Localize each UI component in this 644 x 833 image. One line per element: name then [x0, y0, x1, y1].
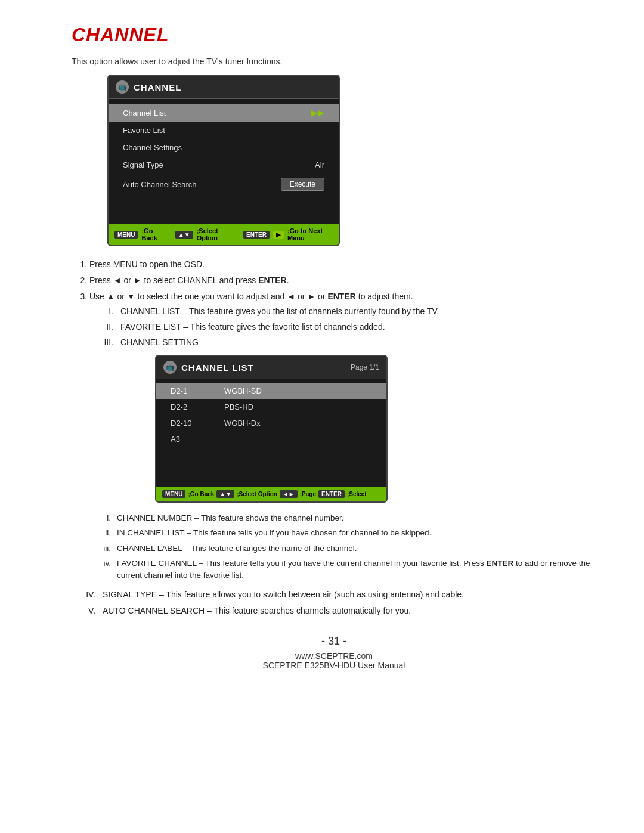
channel-num: D2-1 [171, 386, 200, 395]
channel-item-D2-1[interactable]: D2-1 WGBH-SD [156, 383, 386, 399]
channel-name: WGBH-SD [224, 386, 372, 395]
osd-item-value: Air [315, 160, 324, 169]
channel-name: WGBH-Dx [224, 419, 372, 428]
footer-back-text: ;Go Back [141, 227, 165, 241]
step-3-post: to adjust them. [356, 292, 413, 301]
osd-item-channel-list[interactable]: Channel List ▶▶ [109, 104, 339, 122]
alpha-text-iii: CHANNEL LABEL – This feature changes the… [117, 543, 357, 555]
alpha-sublist: i. CHANNEL NUMBER – This feature shows t… [95, 512, 596, 581]
step-2-post: . [287, 275, 289, 285]
footer-enter: ENTER [318, 490, 345, 498]
roman-numeral-III: III. [95, 336, 113, 349]
osd-header2-left: 📺 CHANNEL LIST [163, 361, 254, 374]
osd-item-auto-channel-search[interactable]: Auto Channel Search Execute [109, 174, 339, 195]
footer-page-icon: ◄► [280, 490, 298, 498]
intro-text: This option allows user to adjust the TV… [72, 57, 596, 66]
step-3: Use ▲ or ▼ to select the one you want to… [89, 290, 596, 349]
osd-channel-box: 📺 CHANNEL Channel List ▶▶ Favorite List … [107, 75, 340, 246]
osd-item-label: Auto Channel Search [123, 180, 197, 189]
alpha-label-ii: ii. [95, 527, 111, 539]
roman-item-I: I. CHANNEL LIST – This feature gives you… [95, 305, 596, 318]
alpha-text-i: CHANNEL NUMBER – This feature shows the … [117, 512, 343, 524]
channel-num: A3 [171, 435, 200, 444]
channel-list-items: D2-1 WGBH-SD D2-2 PBS-HD D2-10 WGBH-Dx A… [156, 379, 386, 487]
osd-item-label: Channel Settings [123, 143, 182, 152]
alpha-label-iii: iii. [95, 543, 111, 555]
roman-sublist: I. CHANNEL LIST – This feature gives you… [95, 305, 596, 349]
osd-item-label: Favorite List [123, 126, 165, 135]
product-name: SCEPTRE E325BV-HDU User Manual [72, 661, 596, 670]
osd-channel-title: CHANNEL [134, 82, 181, 92]
osd-channel-list-title: CHANNEL LIST [181, 363, 254, 373]
step-2: Press ◄ or ► to select CHANNEL and press… [89, 274, 596, 287]
osd-channel-list-footer: MENU ;Go Back ▲▼ ;Select Option ◄► ;Page… [156, 487, 386, 501]
alpha-item-iv: iv. FAVORITE CHANNEL – This feature tell… [95, 558, 596, 582]
website: www.SCEPTRE.com [72, 651, 596, 661]
nav-icon: ▲▼ [175, 231, 193, 239]
osd-item-channel-settings[interactable]: Channel Settings [109, 139, 339, 156]
execute-button[interactable]: Execute [281, 178, 324, 191]
osd-item-label: Channel List [123, 109, 166, 117]
roman-item-III: III. CHANNEL SETTING [95, 336, 596, 349]
alpha-item-i: i. CHANNEL NUMBER – This feature shows t… [95, 512, 596, 524]
osd-item-arrow: ▶▶ [311, 108, 324, 117]
alpha-item-ii: ii. IN CHANNEL LIST – This feature tells… [95, 527, 596, 539]
channel-item-D2-10[interactable]: D2-10 WGBH-Dx [156, 415, 386, 431]
channel-num: D2-2 [171, 402, 200, 411]
main-steps-list: Press MENU to open the OSD. Press ◄ or ►… [89, 258, 596, 349]
osd-channel-header: 📺 CHANNEL [109, 76, 339, 99]
osd-channel-list-box: 📺 CHANNEL LIST Page 1/1 D2-1 WGBH-SD D2-… [155, 355, 388, 503]
osd-item-favorite-list[interactable]: Favorite List [109, 122, 339, 139]
alpha-label-i: i. [95, 512, 111, 524]
roman-iv-v-list: IV. SIGNAL TYPE – This feature allows yo… [78, 589, 596, 617]
footer-nav: ▲▼ [216, 490, 234, 498]
step-1: Press MENU to open the OSD. [89, 258, 596, 271]
step-2-bold: ENTER [258, 275, 286, 285]
osd-item-signal-type[interactable]: Signal Type Air [109, 156, 339, 174]
osd-channel-list-icon: 📺 [163, 361, 177, 374]
step-3-pre: Use ▲ or ▼ to select the one you want to… [89, 292, 327, 301]
step-3-bold: ENTER [327, 292, 355, 301]
osd-channel-icon: 📺 [116, 80, 129, 94]
roman-item-V: V. AUTO CHANNEL SEARCH – This feature se… [78, 605, 596, 617]
roman-text-I: CHANNEL LIST – This feature gives you th… [120, 305, 439, 318]
roman-item-II: II. FAVORITE LIST – This feature gives t… [95, 321, 596, 333]
osd-menu-items: Channel List ▶▶ Favorite List Channel Se… [109, 99, 339, 224]
footer-menu-btn: MENU [162, 490, 185, 498]
alpha-label-iv: iv. [95, 558, 111, 582]
footer-select-text: ;Select Option [197, 227, 234, 241]
footer-select: ;Select Option [237, 491, 277, 497]
page-number: - 31 - [72, 635, 596, 648]
alpha-text-iv: FAVORITE CHANNEL – This feature tells yo… [117, 558, 596, 582]
channel-name: PBS-HD [224, 402, 372, 411]
step-2-pre: Press ◄ or ► to select CHANNEL and press [89, 275, 258, 285]
page-footer: - 31 - www.SCEPTRE.com SCEPTRE E325BV-HD… [72, 635, 596, 670]
page-title: CHANNEL [72, 24, 596, 46]
roman-text-II: FAVORITE LIST – This feature gives the f… [120, 321, 385, 333]
roman-numeral-I: I. [95, 305, 113, 318]
roman-text-IV: SIGNAL TYPE – This feature allows you to… [103, 589, 464, 601]
footer-page-text: ;Page [300, 491, 316, 497]
alpha-item-iii: iii. CHANNEL LABEL – This feature change… [95, 543, 596, 555]
channel-num: D2-10 [171, 419, 200, 428]
channel-item-D2-2[interactable]: D2-2 PBS-HD [156, 399, 386, 415]
osd-channel-list-header: 📺 CHANNEL LIST Page 1/1 [156, 356, 386, 379]
osd-item-label: Signal Type [123, 160, 163, 169]
next-icon: ▶ [273, 231, 284, 239]
alpha-text-ii: IN CHANNEL LIST – This feature tells you… [117, 527, 431, 539]
roman-numeral-IV: IV. [78, 589, 95, 601]
menu-button-label: MENU [114, 231, 138, 239]
footer-select-label: ;Select [347, 491, 367, 497]
osd-page-label: Page 1/1 [351, 363, 379, 371]
enter-label: ENTER [243, 231, 270, 239]
footer-back: ;Go Back [188, 491, 214, 497]
footer-next-text: ;Go to Next Menu [287, 227, 333, 241]
roman-item-IV: IV. SIGNAL TYPE – This feature allows yo… [78, 589, 596, 601]
osd-channel-footer: MENU ;Go Back ▲▼ ;Select Option ENTER ▶ … [109, 224, 339, 245]
roman-numeral-II: II. [95, 321, 113, 333]
roman-numeral-V: V. [78, 605, 95, 617]
roman-text-V: AUTO CHANNEL SEARCH – This feature searc… [103, 605, 411, 617]
channel-item-A3[interactable]: A3 [156, 431, 386, 447]
roman-text-III: CHANNEL SETTING [120, 336, 199, 349]
step-1-text: Press MENU to open the OSD. [89, 259, 205, 269]
